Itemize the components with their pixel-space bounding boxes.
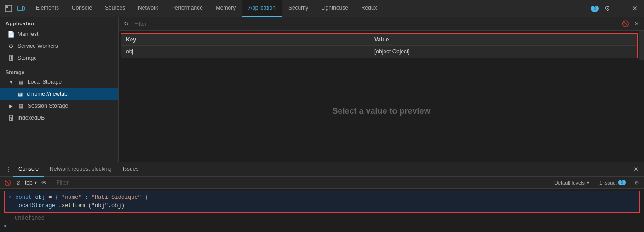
tab-list: Elements Console Sources Network Perform… <box>29 0 587 17</box>
local-storage-icon: ▦ <box>17 79 25 85</box>
top-chevron-icon: ▼ <box>34 180 38 185</box>
brace-open-punct: { <box>55 194 58 201</box>
tab-application[interactable]: Application <box>242 0 282 17</box>
sidebar-item-storage[interactable]: 🗄 Storage <box>0 52 118 64</box>
eye-icon[interactable]: 👁 <box>40 178 49 187</box>
console-next-prompt: > <box>4 222 640 230</box>
newtab-icon: ▦ <box>17 91 24 97</box>
service-workers-icon: ⚙ <box>7 43 15 50</box>
obj-var: obj <box>35 194 45 201</box>
tab-lighthouse[interactable]: Lighthouse <box>315 0 355 17</box>
top-label: top <box>25 180 33 186</box>
args-punct: ("obj",obj) <box>88 203 125 209</box>
svg-rect-1 <box>18 6 22 11</box>
value-cell: [object Object] <box>370 48 637 55</box>
more-options-icon[interactable]: ⋮ <box>615 3 627 14</box>
storage-icon: 🗄 <box>7 55 15 62</box>
sidebar-section-application: Application <box>0 17 118 28</box>
console-close-icon[interactable]: ✕ <box>631 165 640 174</box>
const-keyword: const <box>15 194 32 201</box>
sidebar-item-manifest[interactable]: 📄 Manifest <box>0 28 118 40</box>
key-cell: obj <box>121 48 370 55</box>
console-toolbar: 🚫 ⊘ top ▼ 👁 Default levels ▼ 1 Issue: 1 … <box>0 177 644 189</box>
filter-clear-icon[interactable]: ✕ <box>632 19 641 29</box>
settings-icon[interactable]: ⚙ <box>602 3 613 14</box>
svg-rect-2 <box>23 7 24 10</box>
console-tab-issues[interactable]: Issues <box>117 162 144 177</box>
issue-badge: 1 Issue: 1 <box>597 180 628 186</box>
console-tab-console[interactable]: Console <box>13 162 44 177</box>
console-tab-network-blocking[interactable]: Network request blocking <box>44 162 117 177</box>
console-stop-icon[interactable]: ⊘ <box>14 178 23 187</box>
console-filter-input[interactable] <box>55 180 550 186</box>
console-tab-bar: ⋮ Console Network request blocking Issue… <box>0 162 644 177</box>
localstorage-obj: localStorage <box>15 203 55 209</box>
setitem-method: .setItem <box>58 203 85 209</box>
issue-count: 1 <box>618 180 626 185</box>
content-area: ↻ 🚫 ✕ Key Value obj [object Object] Sele… <box>119 17 644 162</box>
device-toggle-icon[interactable] <box>16 3 27 14</box>
main-area: Application 📄 Manifest ⚙ Service Workers… <box>0 17 644 162</box>
tab-performance[interactable]: Performance <box>165 0 209 17</box>
brace-close-punct: } <box>144 194 148 201</box>
filter-cancel-icon: 🚫 <box>621 19 630 29</box>
levels-label: Default levels <box>554 180 585 186</box>
tab-console[interactable]: Console <box>65 0 98 17</box>
issue-label: 1 Issue: <box>599 180 617 186</box>
manifest-icon: 📄 <box>7 31 15 38</box>
console-prompt: › <box>8 193 12 200</box>
console-code: const obj = { "name" : "Rabi Siddique" }… <box>15 193 148 210</box>
local-storage-label: Local Storage <box>28 79 62 85</box>
close-devtools-icon[interactable]: ✕ <box>629 3 640 14</box>
refresh-button[interactable]: ↻ <box>121 19 131 29</box>
sidebar-item-service-workers[interactable]: ⚙ Service Workers <box>0 40 118 52</box>
sidebar: Application 📄 Manifest ⚙ Service Workers… <box>0 17 119 162</box>
tab-memory[interactable]: Memory <box>209 0 242 17</box>
console-entry: › const obj = { "name" : "Rabi Siddique"… <box>4 191 640 213</box>
indexeddb-label: IndexedDB <box>17 115 45 121</box>
preview-text: Select a value to preview <box>332 106 430 116</box>
collapse-icon: ▶ <box>7 104 15 109</box>
inspect-icon[interactable] <box>3 3 14 14</box>
preview-area: Select a value to preview <box>119 60 644 162</box>
manifest-label: Manifest <box>17 31 38 37</box>
filter-input[interactable] <box>132 21 619 27</box>
expand-icon: ▼ <box>7 80 15 85</box>
tab-security[interactable]: Security <box>282 0 315 17</box>
value-string: "Rabi Siddique" <box>92 194 141 201</box>
session-storage-icon: ▦ <box>17 103 25 109</box>
tab-sources[interactable]: Sources <box>98 0 132 17</box>
default-levels-button[interactable]: Default levels ▼ <box>552 178 593 188</box>
tab-redux[interactable]: Redux <box>355 0 384 17</box>
tab-elements[interactable]: Elements <box>29 0 65 17</box>
devtools-tab-bar: Elements Console Sources Network Perform… <box>0 0 644 17</box>
storage-section-title: Storage <box>0 67 118 76</box>
tab-network[interactable]: Network <box>132 0 165 17</box>
key-header: Key <box>121 36 370 43</box>
assign-punct: = <box>48 194 55 201</box>
session-storage-label: Session Storage <box>28 103 68 109</box>
sidebar-item-chrome-newtab[interactable]: ▦ chrome://newtab <box>0 88 118 100</box>
sidebar-item-session-storage[interactable]: ▶ ▦ Session Storage <box>0 100 118 112</box>
chrome-newtab-label: chrome://newtab <box>27 91 68 97</box>
levels-chevron-icon: ▼ <box>586 180 590 185</box>
sidebar-item-local-storage[interactable]: ▼ ▦ Local Storage <box>0 76 118 88</box>
top-selector[interactable]: top ▼ <box>25 180 38 186</box>
key-string: "name" <box>62 194 81 201</box>
console-settings-icon[interactable]: ⚙ <box>632 178 641 187</box>
console-clear-icon[interactable]: 🚫 <box>3 178 12 187</box>
filter-bar: ↻ 🚫 ✕ <box>119 17 644 31</box>
next-prompt-icon: > <box>4 223 7 229</box>
value-header: Value <box>370 36 637 43</box>
table-row[interactable]: obj [object Object] <box>121 46 637 58</box>
console-output: › const obj = { "name" : "Rabi Siddique"… <box>0 189 644 232</box>
bottom-panels: ⋮ Console Network request blocking Issue… <box>0 162 644 232</box>
storage-label: Storage <box>17 55 37 61</box>
scrollbar[interactable] <box>639 31 644 60</box>
indexeddb-icon: 🗄 <box>7 115 15 122</box>
console-drag-handle[interactable]: ⋮ <box>4 165 13 174</box>
table-header: Key Value <box>121 34 637 46</box>
sidebar-item-indexeddb[interactable]: 🗄 IndexedDB <box>0 112 118 124</box>
storage-table: Key Value obj [object Object] <box>121 33 638 58</box>
console-undefined: undefined <box>4 214 640 222</box>
